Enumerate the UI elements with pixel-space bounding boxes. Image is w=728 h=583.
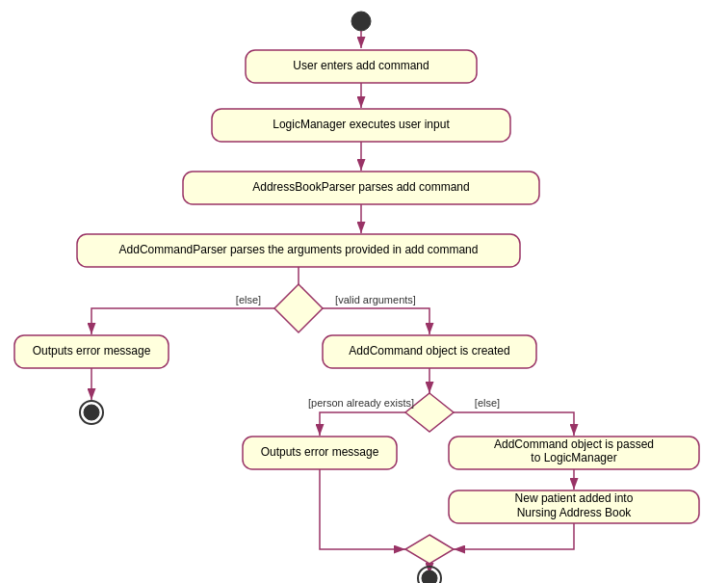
node-error-middle-label: Outputs error message: [261, 445, 379, 459]
guard-else-2: [else]: [475, 397, 500, 409]
node-user-enters-add-label: User enters add command: [293, 59, 429, 72]
node-logicmanager-executes-label: LogicManager executes user input: [273, 118, 450, 131]
arrow-d1-n6: [323, 308, 429, 334]
arrow-n7-d3: [320, 469, 405, 549]
node-addcommandparser-label: AddCommandParser parses the arguments pr…: [119, 243, 479, 256]
node-new-patient-added-label-2: Nursing Address Book: [517, 506, 633, 519]
node-new-patient-added-label-1: New patient added into: [515, 491, 634, 505]
arrow-n9-d3: [454, 523, 574, 549]
guard-person-exists: [person already exists]: [308, 397, 414, 409]
node-addressbookparser-label: AddressBookParser parses add command: [252, 180, 469, 194]
arrow-d1-n5: [91, 308, 274, 334]
node-error-left-label: Outputs error message: [33, 344, 151, 358]
guard-else-1: [else]: [236, 294, 261, 305]
guard-valid-args: [valid arguments]: [335, 294, 416, 305]
diagram-container: User enters add command LogicManager exe…: [0, 0, 728, 583]
arrow-d2-n7: [320, 412, 405, 436]
start-node: [351, 12, 371, 31]
diamond-3: [405, 535, 454, 564]
end-node-2: [422, 570, 437, 583]
node-addcommand-passed-label-2: to LogicManager: [531, 451, 616, 464]
node-addcommand-created-label: AddCommand object is created: [349, 344, 509, 358]
end-node-1: [84, 405, 99, 420]
arrow-d2-n8: [454, 412, 574, 436]
diamond-1: [274, 284, 323, 332]
node-addcommand-passed-label-1: AddCommand object is passed: [494, 437, 654, 451]
